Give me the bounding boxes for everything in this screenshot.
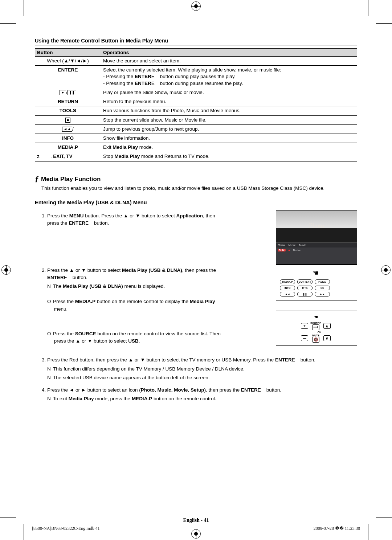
table-row: z , EXIT, TVStop Media Play mode and Ret… [35, 152, 357, 161]
table-row: TOOLSRun various functions from the Phot… [35, 106, 357, 115]
source-label: SOURCE [310, 322, 321, 324]
crop-mark [368, 524, 368, 540]
btn-cell: z , EXIT, TV [35, 152, 101, 161]
table-row: ►/❚❚Play or pause the Slide Show, music … [35, 88, 357, 97]
col-operations: Operations [101, 49, 357, 57]
registration-mark-icon [191, 1, 201, 11]
page-number-label: English - 41 [181, 516, 211, 523]
btn-cell: MEDIA.P [35, 143, 101, 152]
table-row: ENTERESelect the currently selected item… [35, 66, 357, 88]
page-content: Using the Remote Control Button in Media… [35, 29, 357, 506]
btn-cell: ◄◄/ [35, 124, 101, 134]
intro-text: This function enables you to view and li… [41, 185, 357, 191]
page-footer-center: English - 41 [0, 516, 392, 523]
remote-source-figure: ☚ ＋ SOURCE ⟶ ∧ CH — MUTE 🔇 ∨ [276, 311, 357, 346]
op-cell: Return to the previous menu. [101, 97, 357, 106]
btn-cc: CC [315, 286, 330, 290]
btn-rew: ◄◄ [280, 292, 295, 296]
btn-ff: ►► [315, 292, 330, 296]
vol-down-icon: — [301, 335, 308, 341]
btn-cell: ►/❚❚ [35, 88, 101, 97]
table-row: ◄◄/Jump to previous group/Jump to next g… [35, 124, 357, 134]
op-cell: Run various functions from the Photo, Mu… [101, 106, 357, 115]
tab-music: Music [289, 244, 296, 247]
btn-cell: INFO [35, 134, 101, 143]
col-button: Button [35, 49, 101, 57]
print-timestamp: 2009-07-28 �� 11:23:30 [314, 526, 360, 531]
btn-content: CONTENT [297, 279, 313, 284]
source-icon: ⟶ [312, 324, 319, 330]
steps-list: Press the MENU button. Press the ▲ or ▼ … [35, 212, 269, 227]
ch-label: CH [310, 331, 321, 334]
ch-up-icon: ∧ [323, 323, 331, 329]
hand-pointer-icon: ☚ [314, 314, 318, 320]
note-text: The selected USB device name appears at … [53, 375, 210, 380]
step-2: Press the ▲ or ▼ button to select Media … [47, 267, 269, 345]
op-cell: Jump to previous group/Jump to next grou… [101, 124, 357, 134]
mute-label: MUTE [310, 334, 321, 337]
table-row: RETURNReturn to the previous menu. [35, 97, 357, 106]
print-footer: [8500-NA]BN68-02322C-Eng.indb 41 2009-07… [32, 526, 360, 531]
op-cell: Select the currently selected item. Whil… [101, 66, 357, 88]
op-cell: Play or pause the Slide Show, music or m… [101, 88, 357, 97]
note-text: This function differs depending on the T… [53, 366, 245, 372]
btn-cell: RETURN [35, 97, 101, 106]
table-row: INFOShow file information. [35, 134, 357, 143]
subsection-heading: Entering the Media Play (USB & DLNA) Men… [35, 200, 357, 207]
btn-cell: TOOLS [35, 106, 101, 115]
btn-pause: ❚❚ [297, 292, 313, 296]
remote-button-table: Button Operations Wheel (▲/▼/◄/►)Move th… [35, 48, 357, 161]
btn-cell: ENTERE [35, 66, 101, 88]
screen-footer: SUM ■Device [276, 248, 357, 253]
crop-mark [368, 0, 368, 16]
tab-movie: Movie [299, 244, 306, 247]
table-row: ■Stop the current slide show, Music or M… [35, 115, 357, 124]
btn-mts: MTS [297, 286, 313, 290]
vol-up-icon: ＋ [301, 323, 308, 329]
op-cell: Show file information. [101, 134, 357, 143]
registration-mark-icon [1, 265, 11, 275]
btn-info: INFO [280, 286, 295, 290]
remote-buttons-figure: ☚ MEDIA.P CONTENT P.SIZE INFO MTS CC ◄◄ … [276, 265, 357, 300]
table-row: MEDIA.PExit Media Play mode. [35, 143, 357, 152]
cursive-glyph: ƒ [35, 174, 39, 183]
steps-list: Press the Red button, then press the ▲ o… [35, 356, 357, 402]
op-cell: Exit Media Play mode. [101, 143, 357, 152]
crop-mark [0, 23, 16, 24]
sum-badge: SUM [278, 249, 286, 251]
btn-cell: ■ [35, 115, 101, 124]
op-cell: Stop Media Play mode and Returns to TV m… [101, 152, 357, 161]
crop-mark [24, 0, 24, 16]
tab-photo: Photo [278, 244, 285, 247]
mute-icon: 🔇 [312, 337, 319, 343]
device-label: Device [293, 249, 301, 251]
op-cell: Stop the current slide show, Music or Mo… [101, 115, 357, 124]
registration-mark-icon [381, 265, 391, 275]
btn-psize: P.SIZE [315, 279, 330, 284]
op-cell: Move the cursor and select an item. [101, 57, 357, 66]
btn-cell: Wheel (▲/▼/◄/►) [35, 57, 101, 66]
ch-down-icon: ∨ [323, 335, 331, 341]
btn-mediap: MEDIA.P [280, 279, 295, 284]
step-1: Press the MENU button. Press the ▲ or ▼ … [47, 212, 269, 227]
steps-list: Press the ▲ or ▼ button to select Media … [35, 267, 269, 345]
print-file-name: [8500-NA]BN68-02322C-Eng.indb 41 [32, 526, 100, 531]
step-3: Press the Red button, then press the ▲ o… [47, 356, 357, 381]
screenshot-media-play: 851.86MB/993.02MB Free Photo Photo Music… [276, 210, 357, 265]
step-4: Press the ◄ or ► button to select an ico… [47, 386, 357, 403]
crop-mark [24, 524, 24, 540]
crop-mark [376, 23, 392, 24]
media-tabs: Photo Music Movie [276, 242, 357, 248]
main-heading: ƒMedia Play Function [35, 174, 357, 183]
section-heading: Using the Remote Control Button in Media… [35, 38, 357, 45]
table-row: Wheel (▲/▼/◄/►)Move the cursor and selec… [35, 57, 357, 66]
hand-pointer-icon: ☚ [312, 269, 319, 277]
